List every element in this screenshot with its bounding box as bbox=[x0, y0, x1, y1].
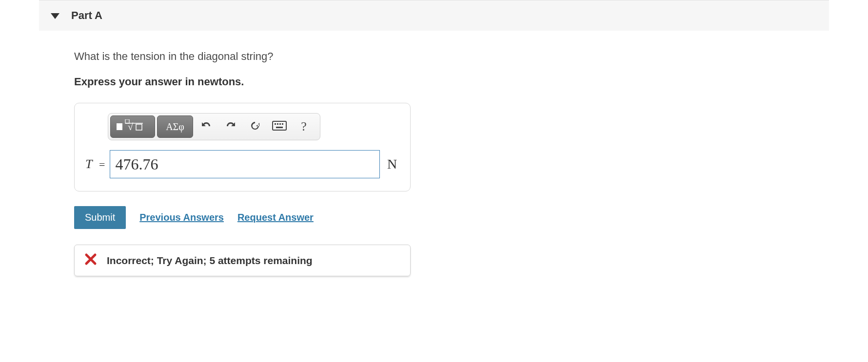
reset-icon bbox=[249, 120, 261, 133]
greek-letters-button[interactable]: ΑΣφ bbox=[157, 115, 193, 138]
equation-toolbar: √ ΑΣφ bbox=[108, 113, 320, 140]
svg-rect-10 bbox=[282, 123, 283, 125]
math-templates-button[interactable]: √ bbox=[110, 115, 155, 138]
svg-rect-6 bbox=[273, 121, 286, 130]
math-templates-icon: √ bbox=[116, 119, 150, 134]
part-title: Part A bbox=[71, 9, 102, 22]
instruction-text: Express your answer in newtons. bbox=[74, 76, 829, 88]
help-button[interactable]: ? bbox=[293, 115, 315, 138]
svg-rect-1 bbox=[117, 123, 122, 130]
undo-icon bbox=[200, 120, 212, 133]
svg-rect-8 bbox=[277, 123, 278, 125]
svg-rect-11 bbox=[276, 127, 283, 128]
feedback-card: Incorrect; Try Again; 5 attempts remaini… bbox=[74, 245, 411, 276]
collapse-caret-icon[interactable] bbox=[51, 10, 59, 21]
keyboard-icon bbox=[272, 121, 287, 133]
request-answer-link[interactable]: Request Answer bbox=[237, 212, 314, 223]
redo-button[interactable] bbox=[219, 115, 242, 138]
previous-answers-link[interactable]: Previous Answers bbox=[139, 212, 224, 223]
svg-rect-3 bbox=[136, 124, 142, 130]
help-icon: ? bbox=[301, 120, 307, 133]
part-header[interactable]: Part A bbox=[39, 0, 829, 31]
submit-button[interactable]: Submit bbox=[74, 206, 126, 229]
svg-marker-0 bbox=[51, 13, 59, 19]
answer-variable: T = bbox=[85, 157, 105, 171]
answer-unit: N bbox=[385, 156, 399, 172]
answer-input[interactable] bbox=[110, 150, 380, 178]
incorrect-x-icon bbox=[84, 253, 97, 268]
answer-card: √ ΑΣφ bbox=[74, 103, 411, 191]
reset-button[interactable] bbox=[244, 115, 266, 138]
actions-row: Submit Previous Answers Request Answer bbox=[74, 206, 829, 229]
keyboard-button[interactable] bbox=[268, 115, 291, 138]
answer-row: T = N bbox=[75, 146, 410, 191]
svg-rect-9 bbox=[279, 123, 281, 125]
feedback-text: Incorrect; Try Again; 5 attempts remaini… bbox=[107, 255, 313, 267]
part-content: What is the tension in the diagonal stri… bbox=[39, 50, 829, 276]
undo-button[interactable] bbox=[195, 115, 217, 138]
redo-icon bbox=[225, 120, 237, 133]
svg-rect-7 bbox=[275, 123, 276, 125]
question-text: What is the tension in the diagonal stri… bbox=[74, 50, 829, 63]
